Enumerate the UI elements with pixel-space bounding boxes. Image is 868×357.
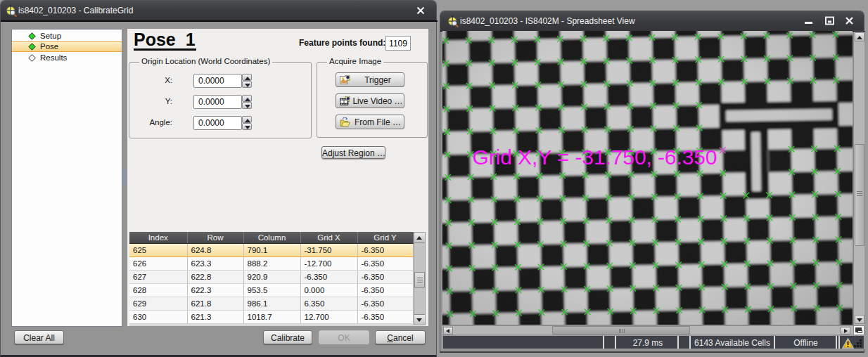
- svg-text:Grid X,Y = -31.750, -6.350: Grid X,Y = -31.750, -6.350: [473, 145, 717, 169]
